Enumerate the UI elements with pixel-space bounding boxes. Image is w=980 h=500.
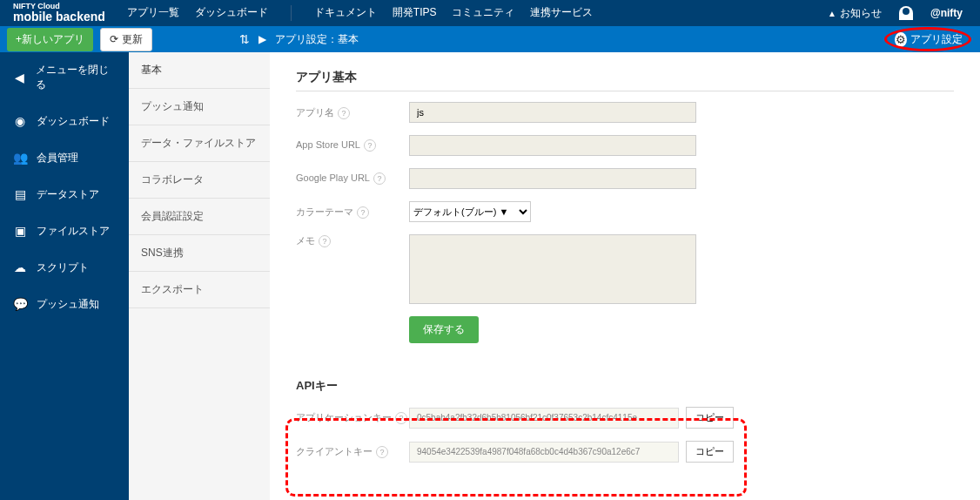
save-button[interactable]: 保存する [409, 316, 479, 343]
select-theme[interactable]: デフォルト(ブルー) ▼ [409, 201, 531, 222]
copy-app-key-button[interactable]: コピー [686, 407, 734, 429]
sort-icon[interactable]: ⇅ [239, 32, 250, 46]
logo-title: mobile backend [13, 10, 105, 24]
subsidebar-item-basic[interactable]: 基本 [129, 52, 270, 89]
sidebar-item-label: メニューを閉じる [36, 63, 117, 92]
label-memo: メモ [296, 234, 409, 247]
subsidebar-item-push[interactable]: プッシュ通知 [129, 89, 270, 125]
logo[interactable]: NIFTY Cloud mobile backend [0, 3, 118, 24]
row-memo: メモ [296, 234, 954, 304]
brand-label[interactable]: @nifty [930, 7, 963, 19]
nav-community[interactable]: コミュニティ [452, 5, 514, 21]
logo-subtitle: NIFTY Cloud [13, 3, 105, 10]
refresh-label: 更新 [122, 32, 143, 47]
push-icon: 💬 [12, 296, 28, 312]
sidebar-item-datastore[interactable]: ▤ データストア [0, 176, 129, 213]
top-nav: アプリ一覧 ダッシュボード ドキュメント 開発TIPS コミュニティ 連携サービ… [127, 5, 594, 21]
script-icon: ☁ [12, 260, 28, 275]
sidebar-item-dashboard[interactable]: ◉ ダッシュボード [0, 103, 129, 139]
page-title: アプリ基本 [296, 70, 954, 91]
label-app-key: アプリケーションキー [296, 411, 409, 424]
subsidebar-item-datafile[interactable]: データ・ファイルストア [129, 125, 270, 162]
members-icon: 👥 [12, 150, 28, 166]
row-app-name: アプリ名 [296, 102, 954, 123]
bell-icon[interactable]: お知らせ [828, 6, 882, 21]
subsidebar-item-collab[interactable]: コラボレータ [129, 162, 270, 199]
sidebar-item-close[interactable]: ◀ メニューを閉じる [0, 52, 129, 103]
sidebar-item-label: 会員管理 [37, 151, 78, 166]
sidebar-item-filestore[interactable]: ▣ ファイルストア [0, 213, 129, 249]
sidebar-item-label: スクリプト [37, 260, 89, 275]
copy-client-key-button[interactable]: コピー [686, 441, 734, 463]
nav-dashboard[interactable]: ダッシュボード [195, 5, 268, 21]
label-app-name: アプリ名 [296, 106, 409, 119]
subsidebar-item-export[interactable]: エクスポート [129, 272, 270, 308]
textarea-memo[interactable] [409, 234, 696, 304]
datastore-icon: ▤ [12, 186, 28, 202]
row-app-key: アプリケーションキー コピー [296, 407, 954, 429]
subsidebar-item-auth[interactable]: 会員認証設定 [129, 199, 270, 235]
nav-services[interactable]: 連携サービス [530, 5, 593, 21]
new-app-button[interactable]: +新しいアプリ [7, 28, 93, 51]
input-app-name[interactable] [409, 102, 696, 123]
sidebar-item-label: ファイルストア [37, 224, 110, 239]
sub-sidebar: 基本 プッシュ通知 データ・ファイルストア コラボレータ 会員認証設定 SNS連… [129, 52, 270, 500]
arrow-right-icon: ▶ [258, 33, 266, 45]
header-right: お知らせ @nifty [828, 6, 980, 21]
row-theme: カラーテーマ デフォルト(ブルー) ▼ [296, 201, 954, 222]
close-menu-icon: ◀ [12, 70, 27, 85]
subsidebar-item-sns[interactable]: SNS連携 [129, 235, 270, 272]
input-appstore[interactable] [409, 135, 696, 156]
nav-app-list[interactable]: アプリ一覧 [127, 5, 179, 21]
gear-icon [895, 33, 907, 46]
row-client-key: クライアントキー コピー [296, 441, 954, 463]
app-settings-label: アプリ設定 [910, 32, 963, 47]
sidebar-item-label: データストア [37, 187, 99, 202]
label-googleplay: Google Play URL [296, 172, 409, 185]
sidebar-item-members[interactable]: 👥 会員管理 [0, 139, 129, 176]
refresh-icon: ⟳ [110, 33, 118, 45]
breadcrumb: アプリ設定：基本 [275, 32, 359, 47]
user-icon[interactable] [899, 6, 913, 20]
top-header: NIFTY Cloud mobile backend アプリ一覧 ダッシュボード… [0, 0, 980, 26]
row-googleplay: Google Play URL [296, 168, 954, 189]
input-app-key[interactable] [409, 408, 679, 429]
input-client-key[interactable] [409, 442, 679, 463]
sidebar: ◀ メニューを閉じる ◉ ダッシュボード 👥 会員管理 ▤ データストア ▣ フ… [0, 52, 129, 500]
refresh-button[interactable]: ⟳ 更新 [100, 28, 152, 51]
nav-docs[interactable]: ドキュメント [314, 5, 377, 21]
nav-tips[interactable]: 開発TIPS [393, 5, 437, 21]
label-appstore: App Store URL [296, 139, 409, 152]
sub-header: +新しいアプリ ⟳ 更新 ⇅ ▶ アプリ設定：基本 アプリ設定 [0, 26, 980, 52]
row-appstore: App Store URL [296, 135, 954, 156]
app-settings-link[interactable]: アプリ設定 [895, 32, 963, 47]
main-content: アプリ基本 アプリ名 App Store URL Google Play URL… [270, 52, 980, 492]
sidebar-item-push[interactable]: 💬 プッシュ通知 [0, 286, 129, 322]
api-section-title: APIキー [296, 378, 954, 394]
label-client-key: クライアントキー [296, 445, 409, 458]
sidebar-item-label: ダッシュボード [37, 114, 110, 129]
nav-divider [291, 5, 292, 21]
sidebar-item-script[interactable]: ☁ スクリプト [0, 249, 129, 286]
dashboard-icon: ◉ [12, 113, 28, 129]
input-googleplay[interactable] [409, 168, 696, 189]
filestore-icon: ▣ [12, 223, 28, 239]
sidebar-item-label: プッシュ通知 [37, 297, 99, 312]
label-theme: カラーテーマ [296, 206, 409, 219]
